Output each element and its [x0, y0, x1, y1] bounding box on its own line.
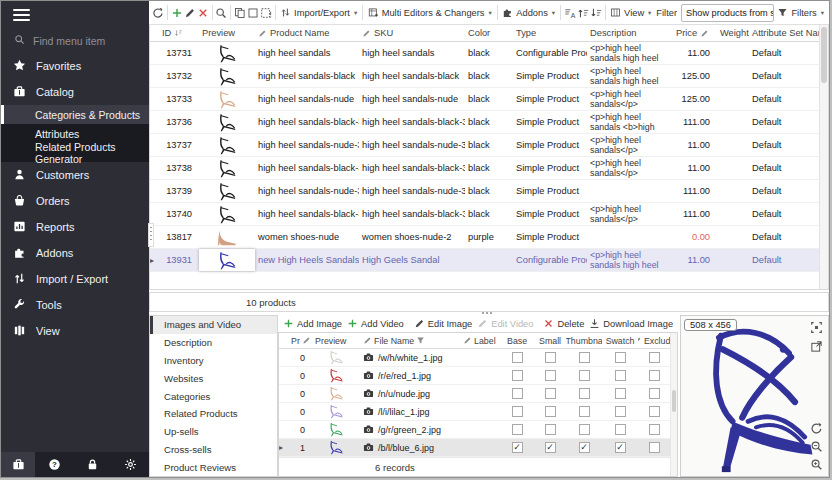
- checkbox-thumbnail[interactable]: [579, 352, 590, 363]
- add-product-button[interactable]: [171, 3, 183, 22]
- sidebar-item-catalog[interactable]: Catalog: [1, 79, 149, 105]
- sidebar-item-tools[interactable]: Tools: [1, 292, 149, 318]
- checkbox-base[interactable]: [512, 406, 523, 417]
- settings-button[interactable]: [124, 452, 137, 477]
- checkbox-base[interactable]: ✓: [512, 442, 523, 453]
- checkbox-thumbnail[interactable]: ✓: [579, 442, 590, 453]
- product-row-13736[interactable]: 13736high heel sandals-black-36high heel…: [150, 111, 819, 134]
- delete-button[interactable]: Delete: [541, 318, 586, 329]
- move-down-button[interactable]: [590, 3, 602, 22]
- col-exclude[interactable]: Exclude: [638, 336, 670, 346]
- tab-product-reviews[interactable]: Product Reviews: [150, 458, 277, 476]
- actual-size-icon[interactable]: [810, 320, 825, 335]
- view-menu[interactable]: View ▾: [608, 7, 653, 18]
- checkbox-base[interactable]: [512, 388, 523, 399]
- products-scrollbar[interactable]: [819, 25, 828, 289]
- col-small[interactable]: Small: [534, 336, 566, 346]
- sidebar-item-customers[interactable]: Customers: [1, 162, 149, 188]
- checkbox-swatch[interactable]: [615, 352, 626, 363]
- checkbox-small[interactable]: [545, 352, 556, 363]
- tab-related-products[interactable]: Related Products: [150, 405, 277, 423]
- add-image-button[interactable]: Add Image: [281, 318, 344, 329]
- checkbox-base[interactable]: [512, 352, 523, 363]
- product-row-13739[interactable]: 13739high heel sandals-nude-37high heel …: [150, 180, 819, 203]
- col-thumbnail[interactable]: Thumbna: [566, 336, 602, 346]
- col-weight[interactable]: Weight: [717, 28, 749, 38]
- tab-websites[interactable]: Websites: [150, 369, 277, 387]
- product-row-13731[interactable]: 13731high heel sandalshigh heel sandalsb…: [150, 42, 819, 65]
- checkbox-exclude[interactable]: [649, 424, 660, 435]
- image-row-l-i-lilac-1-jpg[interactable]: 0/l/i/lilac_1.jpg: [279, 403, 670, 421]
- zoom-in-icon[interactable]: [810, 457, 825, 472]
- tab-up-sells[interactable]: Up-sells: [150, 423, 277, 441]
- checkbox-small[interactable]: [545, 424, 556, 435]
- col-preview[interactable]: Preview: [199, 28, 255, 38]
- help-button[interactable]: ?: [48, 452, 61, 477]
- images-scrollbar[interactable]: [670, 333, 677, 476]
- col-image-preview[interactable]: Preview: [312, 336, 360, 346]
- checkbox-exclude[interactable]: [649, 442, 660, 453]
- checkbox-small[interactable]: [545, 370, 556, 381]
- import-export-menu[interactable]: Import/Export ▾: [278, 7, 359, 18]
- edit-video-button[interactable]: Edit Video: [475, 318, 535, 329]
- product-row-13817[interactable]: 13817women shoes-nudewomen shoes-nude-2p…: [150, 226, 819, 249]
- col-pr[interactable]: Pr: [288, 336, 312, 346]
- sidebar-item-favorites[interactable]: Favorites: [1, 53, 149, 79]
- product-row-13738[interactable]: 13738high heel sandals-black-37high heel…: [150, 157, 819, 180]
- search-products-button[interactable]: [215, 3, 227, 22]
- product-row-13737[interactable]: 13737high heel sandals-nude-36high heel …: [150, 134, 819, 157]
- checkbox-small[interactable]: ✓: [545, 442, 556, 453]
- menu-toggle-icon[interactable]: [13, 6, 30, 24]
- select-cells-button[interactable]: [247, 3, 259, 22]
- sidebar-item-categories-products[interactable]: Categories & Products: [1, 105, 149, 124]
- checkbox-exclude[interactable]: [649, 406, 660, 417]
- checkbox-swatch[interactable]: [615, 370, 626, 381]
- checkbox-thumbnail[interactable]: [579, 406, 590, 417]
- checkbox-small[interactable]: [545, 388, 556, 399]
- checkbox-small[interactable]: [545, 406, 556, 417]
- sidebar-item-orders[interactable]: Orders: [1, 188, 149, 214]
- sidebar-item-reports[interactable]: Reports: [1, 214, 149, 240]
- move-up-button[interactable]: [577, 3, 589, 22]
- image-row-r-e-red-1-jpg[interactable]: 0/r/e/red_1.jpg: [279, 367, 670, 385]
- sidebar-search-input[interactable]: Find menu item: [1, 28, 149, 53]
- sidebar-item-import-export[interactable]: Import / Export: [1, 266, 149, 292]
- checkbox-exclude[interactable]: [649, 352, 660, 363]
- col-sku[interactable]: SKU: [359, 28, 465, 38]
- col-price[interactable]: Price: [673, 28, 717, 38]
- tab-images-and-video[interactable]: Images and Video: [150, 316, 277, 334]
- multi-editors-menu[interactable]: Multi Editors & Changers ▾: [366, 7, 494, 18]
- col-type[interactable]: Type: [513, 28, 587, 38]
- checkbox-swatch[interactable]: [615, 406, 626, 417]
- font-settings-button[interactable]: A: [564, 3, 576, 22]
- copy-button[interactable]: [234, 3, 246, 22]
- image-row-w-h-white-1-jpg[interactable]: 0/w/h/white_1.jpg: [279, 349, 670, 367]
- sidebar-item-view[interactable]: View: [1, 318, 149, 344]
- delete-product-button[interactable]: [197, 3, 209, 22]
- checkbox-swatch[interactable]: [615, 388, 626, 399]
- edit-image-button[interactable]: Edit Image: [412, 318, 474, 329]
- image-row-n-u-nude-jpg[interactable]: 0/n/u/nude.jpg: [279, 385, 670, 403]
- checkbox-base[interactable]: [512, 370, 523, 381]
- panel-splitter-handle[interactable]: [482, 312, 492, 314]
- store-button[interactable]: [1, 452, 35, 477]
- add-video-button[interactable]: Add Video: [345, 318, 406, 329]
- rotate-icon[interactable]: [810, 421, 825, 436]
- col-file-name[interactable]: File Name: [360, 336, 460, 346]
- sidebar-item-addons[interactable]: Addons: [1, 240, 149, 266]
- image-row-b-l-blue-6-jpg[interactable]: ▸1/b/l/blue_6.jpg✓✓✓✓: [279, 439, 670, 457]
- checkbox-base[interactable]: [512, 424, 523, 435]
- checkbox-thumbnail[interactable]: [579, 370, 590, 381]
- filter-select[interactable]: Show products from selected categories ▾: [681, 4, 774, 22]
- product-row-13740[interactable]: 13740high heel sandals-black-38high heel…: [150, 203, 819, 226]
- col-description[interactable]: Description: [587, 28, 673, 38]
- col-attribute-set[interactable]: Attribute Set Name: [749, 28, 819, 38]
- col-swatch[interactable]: Swatch: [602, 336, 638, 346]
- checkbox-swatch[interactable]: ✓: [615, 442, 626, 453]
- sidebar-item-related-products-generator[interactable]: Related Products Generator: [1, 143, 149, 162]
- tab-inventory[interactable]: Inventory: [150, 352, 277, 370]
- addons-menu[interactable]: Addons ▾: [500, 7, 557, 18]
- edit-product-button[interactable]: [184, 3, 196, 22]
- col-base[interactable]: Base: [500, 336, 534, 346]
- col-color[interactable]: Color: [465, 28, 513, 38]
